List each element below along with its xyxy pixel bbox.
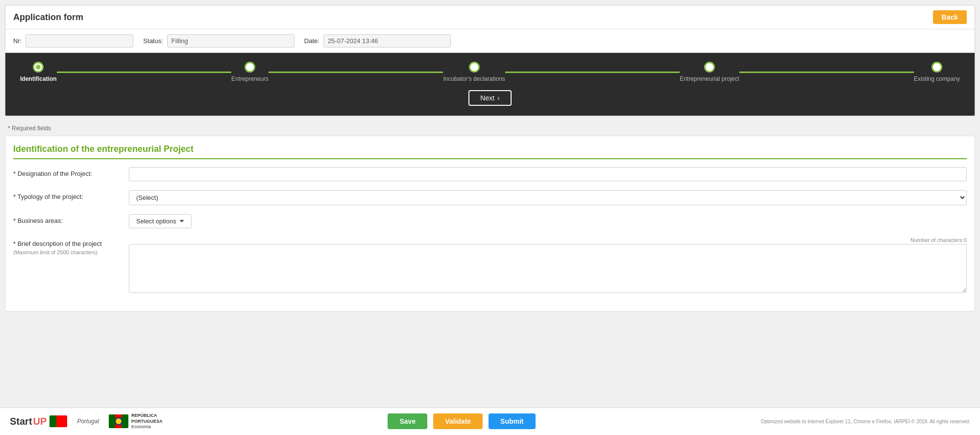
brief-desc-textarea[interactable] <box>129 244 967 293</box>
steps-row: Identification Entrepreneurs Incubator's… <box>20 62 960 82</box>
startup-logo-combined: Start UP <box>10 415 67 427</box>
step-connector-4 <box>739 72 914 73</box>
rep-port-flag-icon <box>109 414 128 428</box>
date-input <box>323 34 451 48</box>
back-button[interactable]: Back <box>933 10 967 24</box>
rep-port-emblem-icon <box>115 417 122 425</box>
submit-button[interactable]: Submit <box>489 413 535 429</box>
select-options-label: Select options <box>136 218 176 225</box>
brief-desc-label-col: * Brief description of the project (Maxi… <box>13 237 121 255</box>
footer-actions: Save Validate Submit <box>163 413 761 429</box>
rep-port-line1: REPÚBLICA <box>131 413 163 419</box>
next-btn-row: Next › <box>20 90 960 106</box>
nr-item: Nr: <box>13 34 133 48</box>
char-count: Number of characters:0 <box>129 237 967 243</box>
step-label-identification: Identification <box>20 75 57 82</box>
rep-port-line2: PORTUGUESA <box>131 419 163 425</box>
nr-input[interactable] <box>25 34 133 48</box>
step-dot-entrepreneurs <box>245 62 255 72</box>
step-dot-entrepreneurial <box>704 62 715 72</box>
required-note: * Required fields <box>0 121 980 136</box>
step-entrepreneurs[interactable]: Entrepreneurs <box>231 62 269 82</box>
step-connector-2 <box>269 72 443 73</box>
business-areas-row: * Business areas: Select options <box>13 214 967 228</box>
startup-portugal-label: Portugal <box>77 418 99 426</box>
select-options-caret-icon <box>179 220 184 222</box>
typology-select[interactable]: (Select)Option 1Option 2Option 3 <box>129 190 967 205</box>
brief-desc-input-area: Number of characters:0 <box>129 237 967 294</box>
startup-up-text: UP <box>33 416 47 427</box>
footer-copyright: Optimized website to Internet Explorer 1… <box>760 419 970 424</box>
status-label: Status: <box>143 37 163 45</box>
date-label: Date: <box>304 37 319 45</box>
form-title: Application form <box>13 12 83 23</box>
step-connector-3 <box>505 72 680 73</box>
brief-desc-row: * Brief description of the project (Maxi… <box>13 237 967 294</box>
step-label-entrepreneurs: Entrepreneurs <box>231 75 269 82</box>
business-areas-label: * Business areas: <box>13 214 121 224</box>
step-dot-incubator <box>469 62 480 72</box>
brief-desc-section: * Brief description of the project (Maxi… <box>13 237 967 294</box>
next-button[interactable]: Next › <box>468 90 511 106</box>
identification-section: Identification of the entrepreneurial Pr… <box>5 136 975 312</box>
meta-row: Nr: Status: Date: <box>5 29 975 53</box>
startup-logo: Start UP <box>10 415 67 427</box>
rep-port-line3: Economia <box>131 424 163 430</box>
application-form-card: Application form Back Nr: Status: Date: … <box>5 5 975 116</box>
step-dot-identification <box>33 62 44 72</box>
brief-desc-sublabel: (Maximum limit of 2500 characters) <box>13 249 121 255</box>
save-button[interactable]: Save <box>388 413 427 429</box>
footer-bar: Start UP Portugal REPÚBLICA PORTUGUESA E… <box>0 408 980 435</box>
step-entrepreneurial[interactable]: Entrepreneurial project <box>680 62 739 82</box>
step-connector-1 <box>57 72 231 73</box>
step-identification[interactable]: Identification <box>20 62 57 82</box>
section-title: Identification of the entrepreneurial Pr… <box>13 144 967 159</box>
status-input <box>167 34 294 48</box>
step-existing-company[interactable]: Existing company <box>914 62 960 82</box>
step-label-entrepreneurial: Entrepreneurial project <box>680 75 739 82</box>
form-header: Application form Back <box>5 5 975 29</box>
nr-label: Nr: <box>13 37 22 45</box>
step-label-incubator: Incubator's declarations <box>443 75 505 82</box>
step-label-existing-company: Existing company <box>914 75 960 82</box>
designation-row: * Designation of the Project: <box>13 167 967 181</box>
rep-portuguesa-logo: REPÚBLICA PORTUGUESA Economia <box>109 413 163 430</box>
validate-button[interactable]: Validate <box>433 413 483 429</box>
brief-desc-label: * Brief description of the project <box>13 240 121 247</box>
steps-bar: Identification Entrepreneurs Incubator's… <box>5 53 975 116</box>
step-incubator[interactable]: Incubator's declarations <box>443 62 505 82</box>
startup-text: Start <box>10 416 32 427</box>
designation-label: * Designation of the Project: <box>13 167 121 177</box>
next-chevron-icon: › <box>497 94 500 102</box>
next-button-label: Next <box>480 94 494 102</box>
designation-input[interactable] <box>129 167 967 181</box>
typology-label: * Typology of the project: <box>13 190 121 200</box>
portugal-flag-icon <box>49 415 67 427</box>
typology-row: * Typology of the project: (Select)Optio… <box>13 190 967 205</box>
status-item: Status: <box>143 34 294 48</box>
select-options-button[interactable]: Select options <box>129 214 192 228</box>
step-dot-existing-company <box>931 62 942 72</box>
date-item: Date: <box>304 34 451 48</box>
footer-logos: Start UP Portugal REPÚBLICA PORTUGUESA E… <box>10 413 163 430</box>
rep-port-text: REPÚBLICA PORTUGUESA Economia <box>131 413 163 430</box>
